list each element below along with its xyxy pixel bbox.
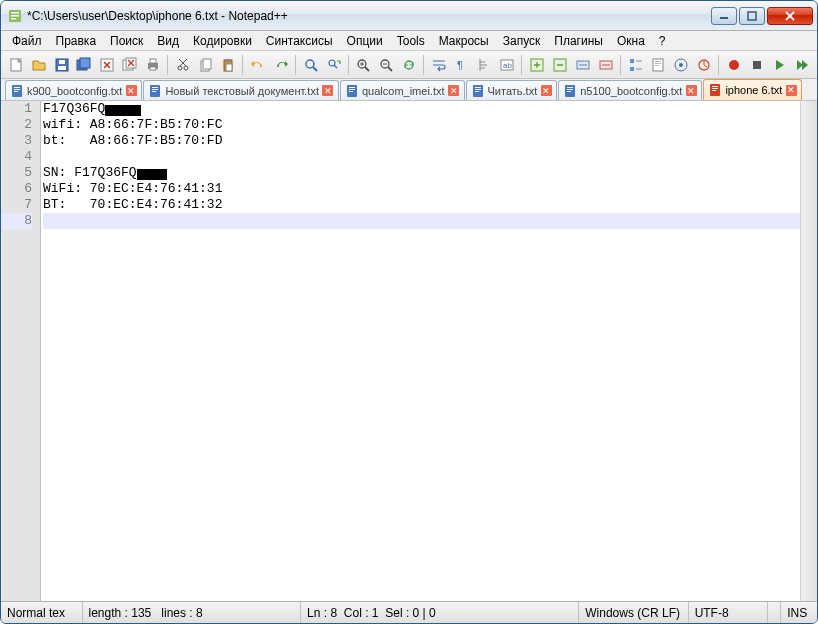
svg-rect-8: [58, 66, 66, 70]
redacted-text: [105, 105, 141, 116]
svg-rect-46: [753, 61, 761, 69]
menu-файл[interactable]: Файл: [5, 32, 49, 50]
svg-rect-52: [152, 87, 158, 88]
undo-button[interactable]: [247, 54, 269, 76]
replace-button[interactable]: [323, 54, 345, 76]
close-button[interactable]: [96, 54, 118, 76]
tab[interactable]: Читать.txt✕: [466, 80, 558, 100]
status-position: Ln : 8 Col : 1 Sel : 0 | 0: [301, 602, 579, 623]
lang-button[interactable]: ab: [496, 54, 518, 76]
svg-rect-62: [475, 91, 479, 92]
indent-guide-button[interactable]: [474, 54, 496, 76]
vertical-scrollbar[interactable]: [800, 101, 817, 601]
svg-text:¶: ¶: [457, 59, 463, 71]
sync-button[interactable]: [398, 54, 420, 76]
new-file-button[interactable]: [5, 54, 27, 76]
zoom-out-button[interactable]: [375, 54, 397, 76]
tab[interactable]: k900_bootconfig.txt✕: [5, 80, 142, 100]
editor-line[interactable]: WiFi: 70:EC:E4:76:41:31: [43, 181, 800, 197]
svg-rect-16: [150, 59, 156, 63]
find-button[interactable]: [300, 54, 322, 76]
tab-close-icon[interactable]: ✕: [448, 85, 460, 97]
svg-rect-57: [349, 89, 355, 90]
tab[interactable]: qualcom_imei.txt✕: [340, 80, 465, 100]
play-button[interactable]: [769, 54, 791, 76]
editor-line[interactable]: SN: F17Q36FQ: [43, 165, 800, 181]
redacted-text: [137, 169, 167, 180]
tab-close-icon[interactable]: ✕: [322, 85, 334, 97]
status-mode: INS: [781, 602, 817, 623]
line-number: 4: [1, 149, 32, 165]
tab-label: iphone 6.txt: [725, 84, 782, 96]
app-icon: [7, 8, 23, 24]
tab[interactable]: Новый текстовый документ.txt✕: [143, 80, 339, 100]
file-icon: [471, 84, 485, 98]
menu-?[interactable]: ?: [652, 32, 673, 50]
menu-кодировки[interactable]: Кодировки: [186, 32, 259, 50]
editor-line[interactable]: [43, 213, 800, 229]
redo-button[interactable]: [270, 54, 292, 76]
monitor-button[interactable]: [693, 54, 715, 76]
status-eol: Windows (CR LF): [579, 602, 688, 623]
editor-line[interactable]: BT: 70:EC:E4:76:41:32: [43, 197, 800, 213]
menu-tools[interactable]: Tools: [390, 32, 432, 50]
svg-rect-39: [655, 61, 661, 62]
tab-close-icon[interactable]: ✕: [785, 84, 797, 96]
text-editor[interactable]: F17Q36FQwifi: A8:66:7F:B5:70:FCbt: A8:66…: [41, 101, 800, 601]
svg-rect-4: [720, 17, 728, 19]
close-all-button[interactable]: [119, 54, 141, 76]
line-number: 8: [1, 213, 32, 229]
tab-close-icon[interactable]: ✕: [125, 85, 137, 97]
comment-button[interactable]: [572, 54, 594, 76]
file-icon: [563, 84, 577, 98]
menu-опции[interactable]: Опции: [340, 32, 390, 50]
editor-line[interactable]: wifi: A8:66:7F:B5:70:FC: [43, 117, 800, 133]
show-symbol-button[interactable]: [670, 54, 692, 76]
copy-button[interactable]: [195, 54, 217, 76]
uncomment-button[interactable]: [595, 54, 617, 76]
word-wrap-button[interactable]: [428, 54, 450, 76]
titlebar: *C:\Users\user\Desktop\iphone 6.txt - No…: [1, 1, 817, 31]
stop-button[interactable]: [746, 54, 768, 76]
open-file-button[interactable]: [28, 54, 50, 76]
editor-line[interactable]: [43, 149, 800, 165]
record-button[interactable]: [723, 54, 745, 76]
paste-button[interactable]: [217, 54, 239, 76]
svg-rect-56: [349, 87, 355, 88]
close-button[interactable]: [767, 7, 813, 25]
editor-line[interactable]: bt: A8:66:7F:B5:70:FD: [43, 133, 800, 149]
menu-окна[interactable]: Окна: [610, 32, 652, 50]
maximize-button[interactable]: [739, 7, 765, 25]
svg-rect-60: [475, 87, 481, 88]
menu-синтаксисы[interactable]: Синтаксисы: [259, 32, 340, 50]
menu-правка[interactable]: Правка: [49, 32, 104, 50]
save-all-button[interactable]: [73, 54, 95, 76]
editor-line[interactable]: F17Q36FQ: [43, 101, 800, 117]
doc-map-button[interactable]: [647, 54, 669, 76]
tab-close-icon[interactable]: ✕: [685, 85, 697, 97]
svg-rect-64: [567, 87, 573, 88]
unfold-button[interactable]: [549, 54, 571, 76]
func-list-button[interactable]: [625, 54, 647, 76]
menu-вид[interactable]: Вид: [150, 32, 186, 50]
menu-поиск[interactable]: Поиск: [103, 32, 150, 50]
svg-rect-1: [11, 12, 19, 14]
menu-макросы[interactable]: Макросы: [432, 32, 496, 50]
save-button[interactable]: [51, 54, 73, 76]
print-button[interactable]: [142, 54, 164, 76]
svg-point-19: [184, 66, 188, 70]
tab[interactable]: iphone 6.txt✕: [703, 79, 802, 100]
tab-close-icon[interactable]: ✕: [540, 85, 552, 97]
cut-button[interactable]: [172, 54, 194, 76]
show-all-chars-button[interactable]: ¶: [451, 54, 473, 76]
menu-запуск[interactable]: Запуск: [496, 32, 548, 50]
line-number: 1: [1, 101, 32, 117]
play-multi-button[interactable]: [791, 54, 813, 76]
menu-плагины[interactable]: Плагины: [547, 32, 610, 50]
tab[interactable]: n5100_bootconfig.txt✕: [558, 80, 702, 100]
svg-rect-21: [203, 59, 211, 69]
zoom-in-button[interactable]: [353, 54, 375, 76]
minimize-button[interactable]: [711, 7, 737, 25]
fold-button[interactable]: [526, 54, 548, 76]
svg-rect-48: [14, 87, 20, 88]
